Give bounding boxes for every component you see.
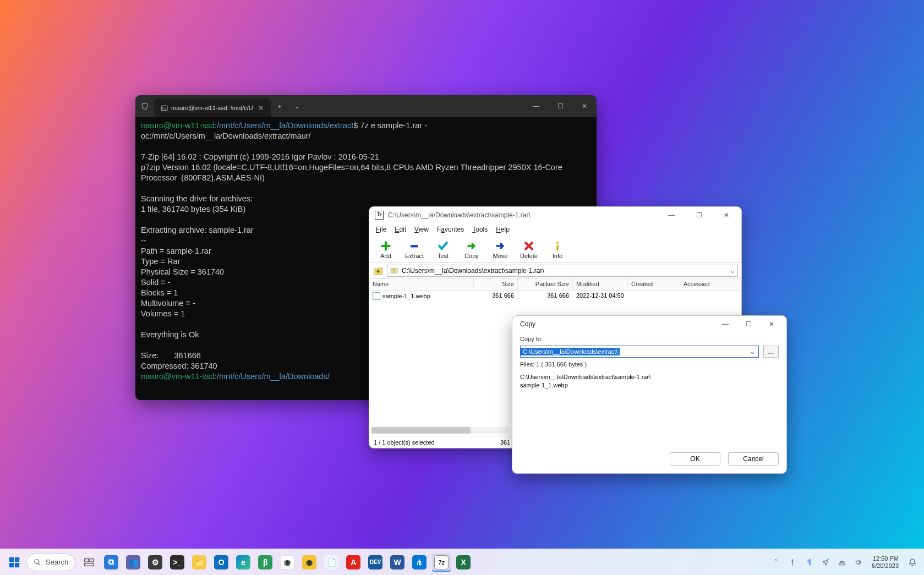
excel-icon[interactable]: X xyxy=(454,553,473,572)
dialog-titlebar[interactable]: Copy — ☐ ✕ xyxy=(512,316,786,332)
maximize-button[interactable]: ☐ xyxy=(548,95,572,117)
move-arrow-icon xyxy=(495,240,506,251)
out-line: Volumes = 1 xyxy=(141,309,185,318)
close-button[interactable]: ✕ xyxy=(572,95,597,117)
terminal-taskbar-icon[interactable]: >_ xyxy=(168,553,187,572)
tab-dropdown-icon[interactable]: ⌄ xyxy=(288,95,306,117)
explorer-icon[interactable]: 📁 xyxy=(190,553,209,572)
address-text: C:\Users\m__la\Downloads\extract\sample-… xyxy=(402,267,544,275)
browse-button[interactable]: … xyxy=(763,346,779,358)
terminal-titlebar[interactable]: mauro@vm-w11-ssd: /mnt/c/U ✕ ＋ ⌄ — ☐ ✕ xyxy=(135,95,597,117)
search-icon xyxy=(34,558,41,566)
col-size[interactable]: Size xyxy=(474,279,518,290)
menu-bar: File Edit View Favorites Tools Help xyxy=(369,223,741,236)
tray-chevron-icon[interactable]: ˄ xyxy=(770,557,781,568)
out-line: Solid = - xyxy=(141,278,171,287)
menu-help[interactable]: Help xyxy=(493,224,513,234)
menu-tools[interactable]: Tools xyxy=(469,224,491,234)
vscode-icon[interactable]: ⋔ xyxy=(410,553,429,572)
out-line: Physical Size = 361740 xyxy=(141,267,224,276)
teams-icon[interactable]: 👥 xyxy=(124,553,143,572)
files-summary: Files: 1 ( 361 666 bytes ) xyxy=(520,361,779,368)
chevron-down-icon[interactable]: ⌄ xyxy=(730,267,735,275)
settings-icon[interactable]: ⚙ xyxy=(146,553,165,572)
bluetooth-icon[interactable] xyxy=(803,557,814,568)
start-button[interactable] xyxy=(6,554,23,571)
address-bar[interactable]: C:\Users\m__la\Downloads\extract\sample-… xyxy=(387,265,738,277)
menu-view[interactable]: View xyxy=(411,224,432,234)
new-tab-button[interactable]: ＋ xyxy=(271,95,288,117)
cancel-button[interactable]: Cancel xyxy=(728,452,779,466)
check-icon xyxy=(438,240,449,251)
menu-edit[interactable]: Edit xyxy=(391,224,409,234)
svg-rect-1 xyxy=(411,245,418,247)
task-view-icon[interactable] xyxy=(80,553,99,572)
col-name[interactable]: Name xyxy=(369,279,474,290)
up-folder-icon[interactable] xyxy=(373,265,384,276)
prompt-user: mauro@vm-w11-ssd xyxy=(141,121,215,130)
notepad-icon[interactable]: 📄 xyxy=(322,553,341,572)
out-line: 1 file, 361740 bytes (354 KiB) xyxy=(141,205,245,213)
cell-name: sample-1_1.webp xyxy=(382,293,430,299)
col-created[interactable]: Created xyxy=(628,279,680,290)
menu-favorites[interactable]: Favorites xyxy=(434,224,467,234)
tool-add[interactable]: Add xyxy=(374,240,398,259)
outlook-icon[interactable]: O xyxy=(212,553,231,572)
clock[interactable]: 12:50 PM 6/20/2023 xyxy=(872,555,899,569)
network-icon[interactable] xyxy=(836,557,848,568)
address-bar-row: C:\Users\m__la\Downloads\extract\sample-… xyxy=(369,263,741,278)
usb-icon[interactable] xyxy=(787,557,798,568)
source-path: C:\Users\m__la\Downloads\extract\sample-… xyxy=(520,373,779,381)
close-button[interactable]: ✕ xyxy=(715,207,738,223)
sevenzip-titlebar[interactable]: 7z C:\Users\m__la\Downloads\extract\samp… xyxy=(369,207,741,223)
minimize-button[interactable]: — xyxy=(524,95,548,117)
search-box[interactable]: Search xyxy=(26,554,75,571)
ok-button[interactable]: OK xyxy=(670,452,720,466)
table-row[interactable]: sample-1_1.webp 361 666 361 666 2022-12-… xyxy=(369,291,741,302)
col-packed-size[interactable]: Packed Size xyxy=(518,279,573,290)
tab-close-icon[interactable]: ✕ xyxy=(256,104,265,112)
notifications-icon[interactable] xyxy=(906,554,918,571)
chrome-icon[interactable]: ◉ xyxy=(278,553,297,572)
tool-test[interactable]: Test xyxy=(431,240,455,259)
shield-icon xyxy=(135,95,154,117)
out-line: Extracting archive: sample-1.rar xyxy=(141,226,254,234)
dialog-title: Copy xyxy=(520,320,714,328)
horizontal-scrollbar[interactable] xyxy=(371,427,509,434)
out-line: -- xyxy=(141,236,146,245)
tool-copy[interactable]: Copy xyxy=(460,240,484,259)
minimize-button[interactable]: — xyxy=(714,316,737,332)
widgets-icon[interactable]: ⧉ xyxy=(102,553,121,572)
maximize-button[interactable]: ☐ xyxy=(737,316,760,332)
edge-dev-icon[interactable]: DEV xyxy=(366,553,385,572)
plus-icon xyxy=(380,240,391,251)
edge-icon[interactable]: e xyxy=(234,553,253,572)
chevron-down-icon[interactable]: ⌄ xyxy=(746,348,758,355)
word-icon[interactable]: W xyxy=(388,553,407,572)
sevenzip-taskbar-icon[interactable]: 7z xyxy=(432,553,451,572)
volume-icon[interactable] xyxy=(853,557,864,568)
terminal-tab[interactable]: mauro@vm-w11-ssd: /mnt/c/U ✕ xyxy=(154,98,271,117)
edge-beta-icon[interactable]: β xyxy=(256,553,275,572)
col-accessed[interactable]: Accessed xyxy=(680,279,719,290)
archive-icon xyxy=(390,266,398,275)
chrome-canary-icon[interactable]: ◉ xyxy=(300,553,319,572)
out-line: Blocks = 1 xyxy=(141,288,178,297)
tool-info[interactable]: Info xyxy=(545,240,570,259)
col-modified[interactable]: Modified xyxy=(573,279,628,290)
close-button[interactable]: ✕ xyxy=(760,316,783,332)
menu-file[interactable]: File xyxy=(373,224,390,234)
location-icon[interactable] xyxy=(820,557,831,568)
acrobat-icon[interactable]: A xyxy=(344,553,363,572)
tool-extract[interactable]: Extract xyxy=(402,240,427,259)
destination-input[interactable]: C:\Users\m__la\Downloads\extract\ ⌄ xyxy=(520,346,759,358)
window-title: C:\Users\m__la\Downloads\extract\sample-… xyxy=(388,211,655,219)
svg-rect-9 xyxy=(15,562,19,567)
tool-move[interactable]: Move xyxy=(488,240,512,259)
minimize-button[interactable]: — xyxy=(660,207,683,223)
status-selection: 1 / 1 object(s) selected xyxy=(374,439,484,446)
svg-rect-11 xyxy=(85,558,89,562)
clock-date: 6/20/2023 xyxy=(872,562,899,569)
maximize-button[interactable]: ☐ xyxy=(687,207,710,223)
tool-delete[interactable]: Delete xyxy=(517,240,541,259)
